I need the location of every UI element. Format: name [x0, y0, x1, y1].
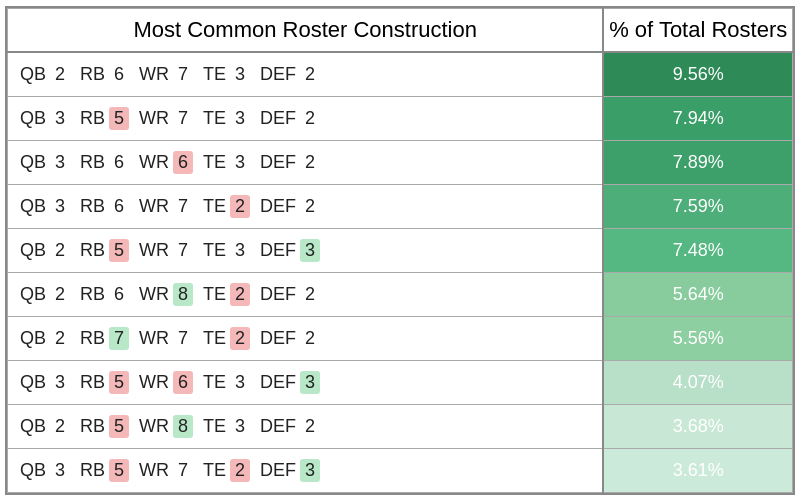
- slot: DEF3: [260, 459, 320, 482]
- slot: QB2: [20, 239, 70, 262]
- slot-label: WR: [139, 108, 169, 129]
- slot: DEF2: [260, 327, 320, 350]
- slot-label: QB: [20, 196, 46, 217]
- roster-cell: QB2RB7WR7TE2DEF2: [8, 316, 604, 360]
- slot-label: TE: [203, 64, 226, 85]
- slot-value: 3: [50, 195, 70, 218]
- slot-label: TE: [203, 240, 226, 261]
- slot: WR8: [139, 283, 193, 306]
- slot: TE2: [203, 283, 250, 306]
- slot-value: 5: [109, 239, 129, 262]
- slot: WR7: [139, 63, 193, 86]
- slot: QB2: [20, 283, 70, 306]
- slot: DEF2: [260, 283, 320, 306]
- slot: WR7: [139, 239, 193, 262]
- slot-value: 2: [300, 107, 320, 130]
- roster-table-container: Most Common Roster Construction % of Tot…: [5, 6, 795, 495]
- slot-value: 3: [300, 239, 320, 262]
- pct-cell: 3.68%: [603, 404, 792, 448]
- slot: QB2: [20, 415, 70, 438]
- table-row: QB3RB6WR6TE3DEF27.89%: [8, 140, 793, 184]
- slot-value: 3: [300, 459, 320, 482]
- slot-label: RB: [80, 240, 105, 261]
- slot-label: WR: [139, 152, 169, 173]
- slot-value: 7: [173, 239, 193, 262]
- table-row: QB2RB6WR8TE2DEF25.64%: [8, 272, 793, 316]
- slot-label: TE: [203, 284, 226, 305]
- slot-value: 7: [173, 195, 193, 218]
- table-row: QB2RB7WR7TE2DEF25.56%: [8, 316, 793, 360]
- slot-label: DEF: [260, 460, 296, 481]
- slot-value: 2: [300, 195, 320, 218]
- slot: DEF2: [260, 107, 320, 130]
- slot: QB2: [20, 327, 70, 350]
- slot-label: QB: [20, 328, 46, 349]
- pct-cell: 3.61%: [603, 448, 792, 492]
- slot: TE3: [203, 107, 250, 130]
- slot-label: QB: [20, 460, 46, 481]
- slot-label: TE: [203, 416, 226, 437]
- slot: WR7: [139, 327, 193, 350]
- slot-value: 2: [230, 283, 250, 306]
- roster-cell: QB2RB5WR8TE3DEF2: [8, 404, 604, 448]
- slot-label: QB: [20, 416, 46, 437]
- slot-value: 3: [50, 371, 70, 394]
- table-row: QB2RB6WR7TE3DEF29.56%: [8, 52, 793, 96]
- slot: RB6: [80, 151, 129, 174]
- slot: TE3: [203, 371, 250, 394]
- slot-label: QB: [20, 64, 46, 85]
- slot-label: QB: [20, 152, 46, 173]
- slot-label: WR: [139, 284, 169, 305]
- slot: RB7: [80, 327, 129, 350]
- table-row: QB2RB5WR8TE3DEF23.68%: [8, 404, 793, 448]
- slot-value: 7: [173, 327, 193, 350]
- slot: QB2: [20, 63, 70, 86]
- slot-label: WR: [139, 372, 169, 393]
- slot-label: TE: [203, 460, 226, 481]
- slot-value: 7: [173, 63, 193, 86]
- pct-cell: 7.94%: [603, 96, 792, 140]
- slot-value: 6: [109, 195, 129, 218]
- roster-cell: QB2RB6WR7TE3DEF2: [8, 52, 604, 96]
- slot: QB3: [20, 371, 70, 394]
- slot-value: 3: [230, 107, 250, 130]
- slot: RB5: [80, 239, 129, 262]
- pct-cell: 9.56%: [603, 52, 792, 96]
- slot-label: RB: [80, 284, 105, 305]
- slot: TE2: [203, 195, 250, 218]
- slot: DEF2: [260, 415, 320, 438]
- roster-cell: QB3RB5WR7TE3DEF2: [8, 96, 604, 140]
- slot-label: RB: [80, 416, 105, 437]
- slot: RB6: [80, 195, 129, 218]
- slot-label: DEF: [260, 152, 296, 173]
- slot: DEF3: [260, 371, 320, 394]
- slot-value: 2: [300, 327, 320, 350]
- table-row: QB3RB6WR7TE2DEF27.59%: [8, 184, 793, 228]
- slot-value: 2: [300, 63, 320, 86]
- slot-value: 5: [109, 371, 129, 394]
- slot-value: 6: [109, 283, 129, 306]
- roster-cell: QB3RB5WR6TE3DEF3: [8, 360, 604, 404]
- slot: TE2: [203, 327, 250, 350]
- slot-value: 6: [173, 151, 193, 174]
- slot-value: 2: [50, 63, 70, 86]
- roster-cell: QB3RB5WR7TE2DEF3: [8, 448, 604, 492]
- slot-label: WR: [139, 416, 169, 437]
- slot-value: 7: [173, 107, 193, 130]
- slot: WR8: [139, 415, 193, 438]
- slot: WR7: [139, 459, 193, 482]
- slot-value: 2: [50, 327, 70, 350]
- slot-value: 2: [300, 151, 320, 174]
- slot-value: 5: [109, 459, 129, 482]
- slot-value: 2: [300, 283, 320, 306]
- slot-value: 6: [173, 371, 193, 394]
- slot-label: WR: [139, 460, 169, 481]
- slot-value: 3: [230, 151, 250, 174]
- slot: RB5: [80, 107, 129, 130]
- pct-cell: 5.64%: [603, 272, 792, 316]
- slot-label: QB: [20, 240, 46, 261]
- slot: RB5: [80, 459, 129, 482]
- slot-value: 8: [173, 283, 193, 306]
- slot-value: 3: [300, 371, 320, 394]
- slot-label: TE: [203, 108, 226, 129]
